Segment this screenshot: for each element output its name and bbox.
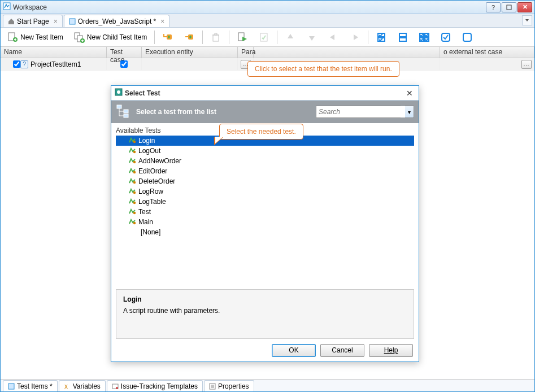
tree-node-label: LogTable bbox=[138, 198, 166, 206]
tree-node-addneworder[interactable]: AddNewOrder bbox=[116, 156, 414, 166]
dialog-buttons: OK Cancel Help bbox=[111, 339, 419, 361]
tree-node-logtable[interactable]: LogTable bbox=[116, 197, 414, 207]
callout-select-test-item: Click to select a test that the test ite… bbox=[247, 61, 399, 77]
col-testcase[interactable]: Test case bbox=[107, 47, 142, 58]
tree-node-none[interactable]: [None] bbox=[116, 227, 414, 237]
svg-point-35 bbox=[133, 201, 136, 203]
tree-node-test[interactable]: Test bbox=[116, 207, 414, 217]
add-item-button[interactable] bbox=[181, 30, 198, 45]
col-params[interactable]: Para bbox=[238, 47, 254, 58]
test-items-icon bbox=[8, 383, 15, 390]
svg-rect-16 bbox=[399, 38, 406, 41]
search-options-dropdown[interactable]: ▾ bbox=[405, 106, 414, 118]
tab-label: Variables bbox=[73, 382, 101, 390]
cell-exec[interactable] bbox=[142, 58, 238, 70]
search-input[interactable] bbox=[316, 106, 406, 117]
tab-start-page[interactable]: Start Page × bbox=[3, 15, 63, 27]
new-child-test-item-button[interactable]: New Child Test Item bbox=[71, 30, 150, 45]
tree-node-editorder[interactable]: EditOrder bbox=[116, 166, 414, 176]
dialog-icon bbox=[115, 88, 123, 98]
help-button-label: Help bbox=[384, 346, 398, 354]
check-all-col-button[interactable] bbox=[373, 30, 390, 45]
tests-tree: LoginLogOutAddNewOrderEditOrderDeleteOrd… bbox=[116, 136, 414, 237]
tree-node-label: LogRow bbox=[138, 188, 163, 195]
col-exec[interactable]: Execution entity bbox=[142, 47, 238, 58]
new-test-item-button[interactable]: New Test Item bbox=[4, 30, 66, 45]
separator bbox=[368, 31, 368, 44]
col-hidden bbox=[254, 47, 440, 58]
script-icon bbox=[69, 18, 76, 25]
svg-rect-26 bbox=[124, 110, 128, 113]
tabs-dropdown-button[interactable] bbox=[522, 15, 532, 25]
description-panel: Login A script routine with parameters. bbox=[116, 289, 414, 339]
col-name[interactable]: Name bbox=[1, 47, 107, 58]
move-left-button[interactable] bbox=[325, 30, 342, 45]
tab-orders-web[interactable]: Orders_Web_JavaScript * × bbox=[64, 15, 170, 27]
close-icon[interactable]: × bbox=[160, 18, 164, 25]
svg-point-34 bbox=[133, 191, 136, 193]
tree-node-main[interactable]: Main bbox=[116, 217, 414, 227]
svg-rect-25 bbox=[117, 105, 121, 108]
routine-icon bbox=[128, 147, 136, 155]
routine-icon bbox=[128, 167, 136, 176]
move-down-button[interactable] bbox=[303, 30, 320, 45]
col-link-external[interactable]: o external test case bbox=[440, 47, 534, 58]
tab-issue-tracking[interactable]: Issue-Tracking Templates bbox=[107, 380, 203, 391]
description-body: A script routine with parameters. bbox=[123, 307, 407, 315]
uncheck-all-col-button[interactable] bbox=[394, 30, 411, 45]
routine-icon bbox=[128, 208, 136, 216]
link-ellipsis-button[interactable]: ... bbox=[521, 60, 532, 69]
check-single-button[interactable] bbox=[437, 30, 454, 45]
svg-point-24 bbox=[117, 90, 120, 94]
tab-label: Properties bbox=[218, 382, 249, 390]
dialog-title: Select Test bbox=[123, 89, 404, 97]
run-button[interactable] bbox=[234, 30, 251, 45]
close-icon[interactable]: × bbox=[54, 18, 58, 25]
routine-icon bbox=[128, 188, 136, 196]
svg-rect-38 bbox=[8, 384, 14, 389]
svg-point-33 bbox=[133, 181, 136, 183]
variables-icon: x bbox=[64, 383, 71, 390]
help-button[interactable]: Help bbox=[369, 344, 413, 357]
tab-variables[interactable]: x Variables bbox=[59, 380, 106, 391]
uncheck-single-button[interactable] bbox=[459, 30, 476, 45]
toolbar: New Test Item New Child Test Item bbox=[1, 28, 534, 47]
run-selected-button[interactable] bbox=[255, 30, 272, 45]
cancel-button[interactable]: Cancel bbox=[320, 344, 364, 357]
description-title: Login bbox=[123, 295, 407, 303]
svg-point-30 bbox=[133, 150, 136, 153]
move-up-button[interactable] bbox=[282, 30, 299, 45]
tab-label: Test Items * bbox=[17, 382, 53, 390]
tree-node-label: DeleteOrder bbox=[138, 177, 175, 185]
minimize-button[interactable] bbox=[502, 2, 516, 12]
properties-icon bbox=[209, 383, 216, 390]
routine-icon bbox=[128, 177, 136, 186]
svg-rect-27 bbox=[124, 114, 128, 117]
dialog-titlebar: Select Test ✕ bbox=[111, 86, 419, 101]
tree-node-logout[interactable]: LogOut bbox=[116, 146, 414, 156]
close-button[interactable]: ✕ bbox=[517, 2, 532, 12]
help-button[interactable]: ? bbox=[486, 2, 501, 12]
svg-text:x: x bbox=[64, 383, 68, 390]
tab-properties[interactable]: Properties bbox=[204, 380, 254, 391]
tree-node-deleteorder[interactable]: DeleteOrder bbox=[116, 176, 414, 186]
add-subitem-button[interactable] bbox=[159, 30, 176, 45]
dialog-close-button[interactable]: ✕ bbox=[404, 88, 415, 98]
check-grid-button[interactable] bbox=[416, 30, 433, 45]
routine-icon bbox=[128, 137, 136, 145]
tab-test-items[interactable]: Test Items * bbox=[3, 380, 58, 391]
testcase-checkbox[interactable] bbox=[120, 60, 128, 68]
routine-icon bbox=[128, 218, 136, 227]
tree-node-logrow[interactable]: LogRow bbox=[116, 186, 414, 197]
svg-point-37 bbox=[133, 221, 136, 224]
ok-button[interactable]: OK bbox=[272, 344, 316, 357]
svg-rect-15 bbox=[399, 33, 406, 37]
move-right-button[interactable] bbox=[346, 30, 363, 45]
delete-button[interactable] bbox=[207, 30, 224, 45]
button-label: New Child Test Item bbox=[87, 33, 147, 41]
issue-icon bbox=[112, 383, 119, 390]
row-enabled-checkbox[interactable] bbox=[13, 60, 20, 68]
svg-point-41 bbox=[116, 387, 118, 389]
routine-icon bbox=[128, 157, 136, 165]
row-name: ProjectTestItem1 bbox=[31, 60, 81, 68]
